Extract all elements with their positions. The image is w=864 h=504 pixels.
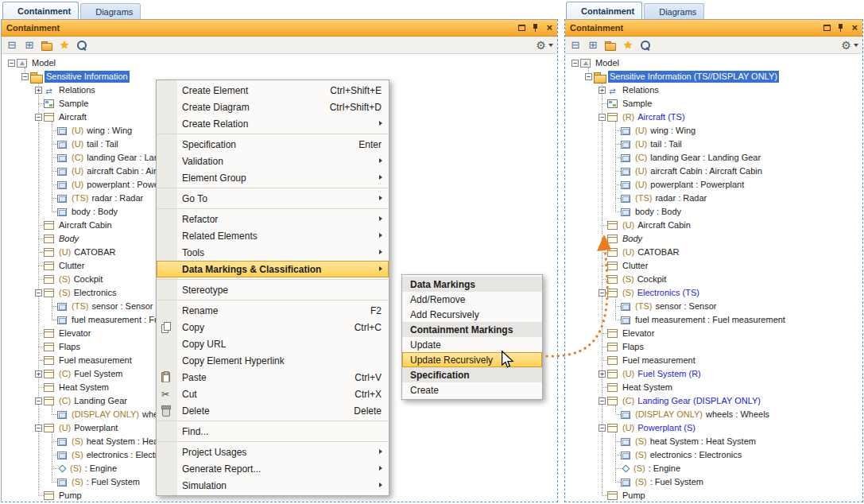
gear-icon[interactable]: [840, 38, 859, 52]
tree-item[interactable]: body : Body: [565, 205, 862, 219]
collapse-toggle-icon[interactable]: −: [33, 397, 44, 405]
tree-item[interactable]: (S): Engine: [565, 462, 862, 475]
menu-item-data-markings-classification[interactable]: Data Markings & Classification: [157, 261, 389, 277]
menu-item-paste[interactable]: PasteCtrl+V: [157, 369, 389, 386]
tab-diagrams[interactable]: Diagrams: [80, 3, 141, 19]
tree-item[interactable]: fuel measurement : Fuel measurement: [565, 313, 862, 327]
menu-item-related-elements[interactable]: Related Elements: [157, 227, 389, 244]
tree-item[interactable]: −Model: [565, 56, 862, 70]
tree-item[interactable]: +(U)Fuel System (R): [565, 367, 862, 381]
tree-item[interactable]: Elevator: [565, 327, 862, 340]
collapse-toggle-icon[interactable]: −: [33, 289, 44, 297]
collapse-toggle-icon[interactable]: −: [6, 60, 17, 67]
open-folder-icon[interactable]: [40, 38, 54, 52]
tree-item[interactable]: (TS)radar : Radar: [565, 192, 862, 205]
tree-item[interactable]: Fuel measurement: [565, 354, 862, 367]
tree-item[interactable]: (U)Aircraft Cabin: [565, 219, 862, 232]
tree-item[interactable]: +Relations: [565, 83, 862, 97]
tree-item[interactable]: Sample: [565, 97, 862, 110]
collapse-all-icon[interactable]: [568, 38, 583, 52]
collapse-toggle-icon[interactable]: −: [33, 114, 44, 121]
collapse-toggle-icon[interactable]: −: [597, 114, 607, 121]
menu-item-find[interactable]: Find...: [157, 423, 389, 440]
menu-item-copy-element-hyperlink[interactable]: Copy Element Hyperlink: [157, 352, 389, 369]
tree-item[interactable]: Body: [565, 232, 862, 246]
menu-item-create-element[interactable]: Create ElementCtrl+Shift+E: [157, 82, 389, 99]
tree-item[interactable]: Heat System: [565, 381, 862, 394]
tree-item[interactable]: −(R)Aircraft (TS): [565, 110, 862, 124]
tab-containment[interactable]: Containment: [566, 2, 642, 19]
tree-item[interactable]: (S): Fuel System: [565, 475, 862, 489]
favorites-icon[interactable]: [57, 38, 72, 52]
search-icon[interactable]: [75, 38, 89, 52]
submenu-item-add-recursively[interactable]: Add Recursively: [402, 307, 542, 322]
menu-item-rename[interactable]: RenameF2: [157, 302, 389, 319]
tree-item[interactable]: (S)heat System : Heat System: [565, 435, 862, 448]
collapse-toggle-icon[interactable]: −: [570, 60, 580, 67]
menu-item-tools[interactable]: Tools: [157, 244, 389, 261]
tree-item[interactable]: −Model: [2, 56, 557, 70]
menu-item-refactor[interactable]: Refactor: [157, 211, 389, 227]
favorites-icon[interactable]: [621, 38, 635, 52]
float-icon[interactable]: [823, 25, 831, 31]
close-icon[interactable]: [851, 23, 858, 33]
expand-toggle-icon[interactable]: +: [597, 87, 607, 94]
tree-item[interactable]: (TS)sensor : Sensor: [565, 300, 862, 313]
menu-item-create-diagram[interactable]: Create DiagramCtrl+Shift+D: [157, 99, 389, 115]
menu-item-validation[interactable]: Validation: [157, 153, 389, 169]
menu-item-specification[interactable]: SpecificationEnter: [157, 136, 389, 153]
menu-item-cut[interactable]: CutCtrl+X: [157, 386, 389, 402]
close-icon[interactable]: [546, 23, 552, 33]
search-icon[interactable]: [638, 38, 653, 52]
expand-toggle-icon[interactable]: +: [33, 87, 44, 94]
collapse-selected-icon[interactable]: [586, 38, 600, 52]
tree-item[interactable]: (U)aircraft Cabin : Aircraft Cabin: [565, 165, 862, 178]
collapse-toggle-icon[interactable]: −: [597, 289, 607, 297]
submenu-item-add-remove[interactable]: Add/Remove: [402, 292, 542, 307]
submenu-item-update[interactable]: Update: [402, 337, 542, 352]
tree-item-selected[interactable]: −Sensitive Information (TS//DISPLAY ONLY…: [565, 70, 862, 83]
pin-icon[interactable]: [532, 24, 540, 33]
collapse-all-icon[interactable]: [5, 38, 19, 52]
gear-icon[interactable]: [535, 38, 554, 52]
collapse-toggle-icon[interactable]: −: [597, 397, 607, 405]
menu-item-create-relation[interactable]: Create Relation: [157, 115, 389, 132]
expand-toggle-icon[interactable]: +: [597, 370, 607, 378]
expand-toggle-icon[interactable]: +: [33, 370, 44, 378]
tree-item[interactable]: −(U)Powerplant (S): [565, 421, 862, 435]
tree-item[interactable]: Pump: [565, 489, 862, 502]
menu-item-generate-report[interactable]: Generate Report...: [157, 460, 389, 477]
collapse-toggle-icon[interactable]: −: [33, 425, 44, 432]
tree-item[interactable]: (U)wing : Wing: [565, 124, 862, 138]
submenu-item-create[interactable]: Create: [402, 382, 542, 397]
collapse-toggle-icon[interactable]: −: [597, 425, 607, 432]
tree-item[interactable]: (U)powerplant : Powerplant: [565, 178, 862, 192]
tree-item[interactable]: (U)tail : Tail: [565, 138, 862, 151]
tree-item[interactable]: −(C)Landing Gear (DISPLAY ONLY): [565, 394, 862, 408]
tree-item[interactable]: (S)Cockpit: [565, 273, 862, 286]
tab-diagrams[interactable]: Diagrams: [644, 3, 704, 19]
open-folder-icon[interactable]: [603, 38, 618, 52]
menu-item-go-to[interactable]: Go To: [157, 190, 389, 207]
menu-item-stereotype[interactable]: Stereotype: [157, 281, 389, 298]
collapse-toggle-icon[interactable]: −: [20, 73, 30, 80]
menu-item-delete[interactable]: DeleteDelete: [157, 402, 389, 419]
menu-item-project-usages[interactable]: Project Usages: [157, 444, 389, 460]
tab-containment[interactable]: Containment: [2, 2, 79, 19]
menu-item-copy-url[interactable]: Copy URL: [157, 335, 389, 352]
tree-item[interactable]: (C)landing Gear : Landing Gear: [565, 151, 862, 165]
tree-item[interactable]: −(S)Electronics (TS): [565, 286, 862, 300]
menu-item-element-group[interactable]: Element Group: [157, 169, 389, 186]
submenu-item-update-recursively[interactable]: Update Recursively: [402, 352, 542, 367]
tree-item[interactable]: Flaps: [565, 340, 862, 354]
collapse-toggle-icon[interactable]: −: [583, 73, 594, 80]
menu-item-copy[interactable]: CopyCtrl+C: [157, 319, 389, 335]
tree-item[interactable]: (S)electronics : Electronics: [565, 448, 862, 462]
float-icon[interactable]: [518, 25, 525, 31]
tree-item[interactable]: Clutter: [565, 259, 862, 273]
tree-item[interactable]: (DISPLAY ONLY)wheels : Wheels: [565, 408, 862, 421]
collapse-selected-icon[interactable]: [22, 38, 37, 52]
pin-icon[interactable]: [837, 24, 845, 33]
tree-item[interactable]: (U)CATOBAR: [565, 246, 862, 259]
menu-item-simulation[interactable]: Simulation: [157, 477, 389, 494]
